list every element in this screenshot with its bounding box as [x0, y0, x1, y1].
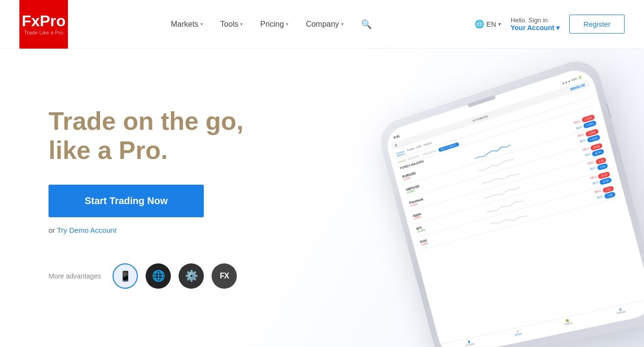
bottom-quotes[interactable]: 📈 Quotes [513, 329, 522, 336]
advantage-icon-0[interactable]: 📱 [113, 263, 138, 289]
logo[interactable]: FxPro Trade Like a Pro [19, 0, 68, 49]
hero-content: Trade on the go, like a Pro. Start Tradi… [49, 107, 244, 289]
tab-trades[interactable]: Trades +100 [407, 144, 422, 153]
main-nav: Markets ▾ Tools ▾ Pricing ▾ Company ▾ 🔍 [164, 15, 379, 34]
lang-label: EN [487, 20, 496, 28]
phone-time: 9:41 [393, 134, 400, 139]
advantage-icon-2[interactable]: ⚙️ [179, 263, 204, 289]
demo-prefix-text: or [49, 226, 57, 234]
logo-tagline: Trade Like a Pro [24, 30, 64, 35]
advantage-icon-1[interactable]: 🌐 [146, 263, 171, 289]
hero-title: Trade on the go, like a Pro. [49, 107, 244, 165]
phone-mockup: 9:41 ▲▲▲ WiFi 🔋 ☰ #F75488765 $8000.00 Qu… [372, 78, 644, 347]
sell-label-0: SELL [573, 120, 580, 124]
nav-company[interactable]: Company ▾ [299, 16, 350, 33]
account-area[interactable]: Hello. Sign in Your Account ▾ [511, 17, 560, 32]
nav-pricing[interactable]: Pricing ▾ [253, 16, 295, 33]
globe-icon: 🌐 [475, 19, 484, 29]
bottom-trading[interactable]: 💹 Trading [563, 318, 573, 326]
demo-account-link[interactable]: Try Demo Account [57, 226, 116, 234]
phone-menu-icon: ☰ [395, 143, 397, 147]
phone-outer-shell: 9:41 ▲▲▲ WiFi 🔋 ☰ #F75488765 $8000.00 Qu… [376, 53, 644, 347]
register-button[interactable]: Register [569, 15, 625, 34]
language-selector[interactable]: 🌐 EN ▾ [475, 19, 501, 29]
phone-side-button [606, 103, 612, 118]
chevron-down-icon: ▾ [200, 21, 203, 27]
start-trading-button[interactable]: Start Trading Now [49, 185, 204, 217]
phone-screen: 9:41 ▲▲▲ WiFi 🔋 ☰ #F75488765 $8000.00 Qu… [383, 65, 644, 347]
tab-quotes[interactable]: Quotes [396, 150, 405, 156]
chevron-down-icon: ▾ [341, 21, 344, 27]
demo-link-row: or Try Demo Account [49, 226, 244, 234]
advantages-row: More advantages 📱 🌐 ⚙️ FX [49, 263, 244, 289]
phone-account-id: #F75488765 [472, 115, 488, 122]
advantages-label: More advantages [49, 272, 101, 280]
chevron-down-icon: ▾ [240, 21, 243, 27]
bottom-settings[interactable]: ⚙️ Settings [615, 307, 626, 314]
advantage-icon-3[interactable]: FX [212, 263, 237, 289]
chevron-down-icon: ▾ [498, 21, 501, 27]
hero-section: Trade on the go, like a Pro. Start Tradi… [0, 49, 644, 347]
search-icon[interactable]: 🔍 [354, 15, 379, 34]
site-header: FxPro Trade Like a Pro Markets ▾ Tools ▾… [0, 0, 644, 49]
phone-shadow [387, 345, 591, 347]
phone-balance: $8000.00 [570, 83, 585, 91]
buy-label-0: BUY [576, 125, 582, 130]
tab-history[interactable]: History [423, 141, 432, 148]
chevron-down-icon: ▾ [286, 21, 288, 27]
greeting-text: Hello. Sign in [511, 17, 560, 24]
nav-markets[interactable]: Markets ▾ [164, 16, 210, 33]
logo-brand: FxPro [22, 13, 66, 29]
nav-tools[interactable]: Tools ▾ [214, 16, 249, 33]
header-right: 🌐 EN ▾ Hello. Sign in Your Account ▾ Reg… [475, 15, 625, 34]
your-account-link[interactable]: Your Account ▾ [511, 24, 560, 32]
